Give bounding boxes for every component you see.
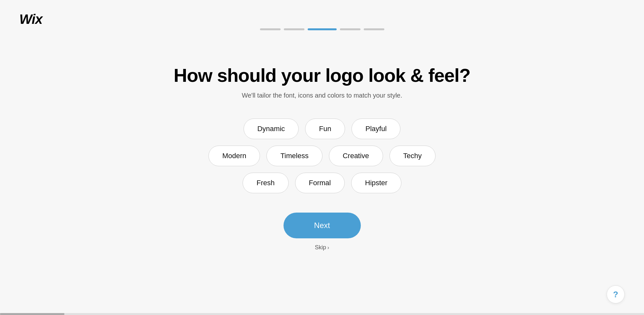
progress-segment-1 [260, 28, 281, 30]
main-content: How should your logo look & feel? We'll … [129, 45, 515, 251]
help-icon: ? [613, 290, 618, 300]
option-playful[interactable]: Playful [351, 119, 400, 139]
options-row-2: Modern Timeless Creative Techy [208, 146, 436, 166]
scrollbar-thumb [0, 313, 64, 315]
bottom-scrollbar[interactable] [0, 313, 644, 315]
option-hipster[interactable]: Hipster [351, 173, 401, 193]
skip-label: Skip [315, 244, 326, 251]
option-modern[interactable]: Modern [208, 146, 260, 166]
option-dynamic[interactable]: Dynamic [244, 119, 299, 139]
option-formal[interactable]: Formal [295, 173, 345, 193]
option-fresh[interactable]: Fresh [243, 173, 288, 193]
options-container: Dynamic Fun Playful Modern Timeless Crea… [208, 119, 436, 193]
next-button[interactable]: Next [284, 213, 361, 238]
progress-bar [260, 28, 384, 30]
logo-text: Wix [19, 12, 42, 27]
page-title: How should your logo look & feel? [174, 64, 470, 86]
skip-link[interactable]: Skip › [315, 244, 329, 251]
help-button[interactable]: ? [607, 285, 625, 303]
progress-segment-4 [340, 28, 360, 30]
options-row-1: Dynamic Fun Playful [244, 119, 401, 139]
options-row-3: Fresh Formal Hipster [243, 173, 401, 193]
option-timeless[interactable]: Timeless [266, 146, 322, 166]
progress-segment-2 [284, 28, 304, 30]
wix-logo: Wix [19, 12, 42, 27]
option-creative[interactable]: Creative [329, 146, 383, 166]
progress-segment-3 [308, 28, 337, 30]
skip-chevron: › [327, 245, 329, 251]
progress-segment-5 [364, 28, 384, 30]
option-techy[interactable]: Techy [389, 146, 436, 166]
page-subtitle: We'll tailor the font, icons and colors … [242, 92, 402, 99]
option-fun[interactable]: Fun [305, 119, 345, 139]
